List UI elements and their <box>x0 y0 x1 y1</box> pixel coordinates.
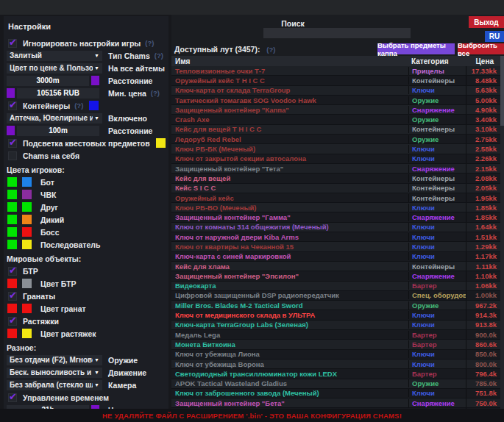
color-swatch[interactable] <box>7 177 17 187</box>
loot-row[interactable]: Защищенный контейнер "Каппа"Снаряжение4.… <box>171 105 504 115</box>
loot-row[interactable]: Светодиодный трансиллюминатор кожи LEDXБ… <box>171 369 504 379</box>
scrollbar-thumb[interactable] <box>500 56 504 126</box>
settings-row: Без забрала (стекло шлема)▼Камера <box>7 379 166 391</box>
loot-item-category: Ключи <box>408 145 466 153</box>
color-swatch[interactable] <box>22 240 32 249</box>
exit-button[interactable]: Выход <box>469 16 504 28</box>
loot-item-name: Защищенный контейнер "Каппа" <box>171 106 408 114</box>
input-label: Расстояние <box>108 76 152 85</box>
select-kappa-items-button[interactable]: Выбрать предметы каппа <box>377 43 455 54</box>
loot-row[interactable]: ВидеокартаБартер1.06kk <box>171 282 504 291</box>
loot-scrollbar[interactable] <box>500 56 504 409</box>
settings-row: 105156 RUBМин. цена(?) <box>7 87 166 99</box>
loot-row[interactable]: Медаль LegaБартер900.0k <box>171 330 504 340</box>
color-swatch[interactable] <box>7 329 17 338</box>
loot-row[interactable]: Кейс для хламаКонтейнеры1.11kk <box>171 262 504 271</box>
loot-row[interactable]: Защищенный контейнер "Гамма"Снаряжение1.… <box>171 212 504 222</box>
loot-row[interactable]: Ключ-карта от склада TerraGroupКлючи5.63… <box>171 86 504 96</box>
loot-row[interactable]: Цифровой защищенный DSP радиопередатчикС… <box>171 291 504 301</box>
color-swatch[interactable] <box>7 202 17 212</box>
loot-row[interactable]: Ключ от комнаты 314 общежития (Меченый)К… <box>171 223 504 232</box>
loot-row[interactable]: Miller Bros. Blades M-2 Tactical SwordОр… <box>171 301 504 310</box>
checkbox[interactable]: ✔ <box>8 292 17 301</box>
loot-row[interactable]: Кейс S I C CКонтейнеры2.05kk <box>171 184 504 193</box>
color-swatch[interactable] <box>22 177 32 187</box>
dropdown[interactable]: Аптечка, Ювелирные и...▼ <box>7 113 102 124</box>
loot-row[interactable]: APOK Tactical Wasteland GladiusОружие785… <box>171 379 504 389</box>
color-swatch[interactable] <box>7 304 17 313</box>
color-swatch[interactable] <box>22 279 32 288</box>
loot-row[interactable]: Ключ-карта TerraGroup Labs (Зеленая)Ключ… <box>171 321 504 330</box>
loot-row[interactable]: Ключ от убежища ЛионаКлючи850.0k <box>171 350 504 360</box>
loot-row[interactable]: Защищенный контейнер "Эпсилон"Снаряжение… <box>171 271 504 281</box>
loot-row[interactable]: Ключ РБ-БК (Меченый)Ключи2.58kk <box>171 144 504 154</box>
checkbox[interactable]: ✔ <box>8 267 17 276</box>
loot-row[interactable]: Ключ от квартиры на Чеканной 15Ключи1.29… <box>171 242 504 251</box>
color-swatch[interactable] <box>91 76 99 85</box>
loot-row[interactable]: Кейс для вещейКонтейнеры2.08kk <box>171 174 504 183</box>
loot-row[interactable]: Crash AxeОружие3.40kk <box>171 115 504 124</box>
color-swatch[interactable] <box>7 215 17 224</box>
dropdown[interactable]: Цвет по цене & Пользователь▼ <box>7 63 102 74</box>
loot-row[interactable]: Защищенный контейнер "Бета"Снаряжение750… <box>171 398 504 408</box>
loot-row[interactable]: Кейс для вещей T H I C CКонтейнеры3.10kk <box>171 125 504 135</box>
color-swatch[interactable] <box>156 138 166 148</box>
dropdown[interactable]: Без отдачи (F2), Мгновенное п▼ <box>7 355 102 365</box>
color-swatch[interactable] <box>7 279 17 288</box>
loot-row[interactable]: Защищенный контейнер "Тета"Снаряжение2.1… <box>171 164 504 174</box>
color-pair-label: Цвет БТР <box>40 279 76 288</box>
search-input[interactable] <box>263 28 411 38</box>
loot-row[interactable]: Ключ от медицинского склада в УЛЬТРАКлюч… <box>171 310 504 320</box>
checkbox[interactable]: ✔ <box>8 139 17 148</box>
color-swatch[interactable] <box>7 88 15 98</box>
color-swatch[interactable] <box>22 329 32 338</box>
loot-row[interactable]: Оружейный кейсКонтейнеры1.95kk <box>171 193 504 203</box>
settings-row: ✔Управление временем <box>7 391 166 404</box>
loot-item-price: 1.06kk <box>466 282 504 290</box>
loot-row[interactable]: Ключ от закрытой секции автосалонаКлючи2… <box>171 154 504 164</box>
color-swatch[interactable] <box>22 215 32 224</box>
loot-row[interactable]: Ледоруб Red RebelОружие2.75kk <box>171 135 504 144</box>
loot-row[interactable]: Тактический томагавк SOG Voodoo HawkОруж… <box>171 96 504 105</box>
color-swatch[interactable] <box>7 190 17 199</box>
checkbox[interactable] <box>8 151 17 160</box>
color-swatch[interactable] <box>89 101 99 110</box>
color-swatch[interactable] <box>22 202 32 212</box>
loot-item-price: 2.05kk <box>466 184 504 193</box>
dropdown-label: Движение <box>108 368 146 377</box>
color-swatch[interactable] <box>7 227 17 237</box>
discard-all-button[interactable]: Выбросить все <box>458 43 504 54</box>
checkbox[interactable]: ✔ <box>8 101 17 110</box>
checkbox[interactable]: ✔ <box>8 393 17 402</box>
color-swatch[interactable] <box>22 190 32 199</box>
settings-row: Цвет растяжек <box>7 327 166 340</box>
column-header-name[interactable]: Имя <box>171 57 408 65</box>
loot-row[interactable]: Ключ от заброшенного завода (Меченый)Клю… <box>171 389 504 398</box>
checkbox[interactable]: ✔ <box>8 317 17 326</box>
column-header-price[interactable]: Цена <box>466 57 504 65</box>
loot-row[interactable]: Монета БиткоинаБартер860.6k <box>171 340 504 349</box>
loot-row[interactable]: Тепловизионные очки Т-7Прицелы17.33kk <box>171 66 504 76</box>
loot-row[interactable]: Ключ РБ-ВО (Меченый)Ключи1.85kk <box>171 203 504 212</box>
color-swatch[interactable] <box>22 304 32 313</box>
loot-row[interactable]: Ключ от наружной двери Kiba ArmsКлючи1.5… <box>171 232 504 242</box>
loot-item-category: Снаряжение <box>408 106 466 114</box>
loot-item-price: 914.3k <box>466 310 504 319</box>
loot-row[interactable]: Ключ от убежища ВоронаКлючи800.0k <box>171 360 504 369</box>
dropdown[interactable]: Без забрала (стекло шлема)▼ <box>7 380 102 390</box>
title-bar <box>0 0 504 15</box>
dropdown[interactable]: Залитый▼ <box>7 51 102 61</box>
text-input[interactable]: 105156 RUB <box>17 88 99 99</box>
input-zone: 3000m <box>7 76 108 86</box>
color-swatch[interactable] <box>7 126 15 135</box>
checkbox[interactable]: ✔ <box>8 39 17 48</box>
dropdown[interactable]: Беск. выносливость и нет уста▼ <box>7 368 102 378</box>
loot-row[interactable]: Ключ-карта с синей маркировкойКлючи1.17k… <box>171 252 504 262</box>
color-swatch[interactable] <box>22 227 32 237</box>
text-input[interactable]: 100m <box>17 126 99 136</box>
text-input[interactable]: 3000m <box>7 76 89 86</box>
column-header-category[interactable]: Категория <box>408 57 466 65</box>
loot-item-price: 1.00kk <box>466 291 504 300</box>
color-swatch[interactable] <box>7 240 17 249</box>
loot-row[interactable]: Оружейный кейс T H I C CКонтейнеры8.48kk <box>171 76 504 85</box>
